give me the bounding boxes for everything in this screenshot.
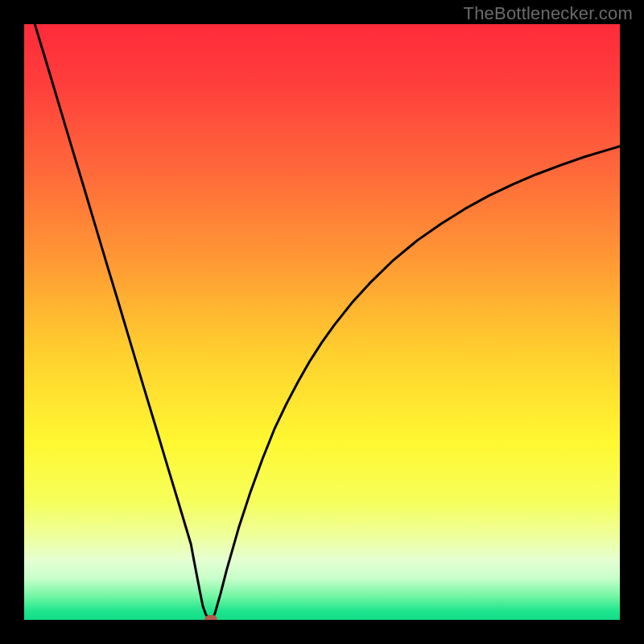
chart-frame: TheBottlenecker.com [0,0,644,644]
optimal-point-marker [204,615,217,620]
plot-area [24,24,620,620]
gradient-chart [24,24,620,620]
gradient-background [24,24,620,620]
watermark-text: TheBottlenecker.com [464,3,633,24]
